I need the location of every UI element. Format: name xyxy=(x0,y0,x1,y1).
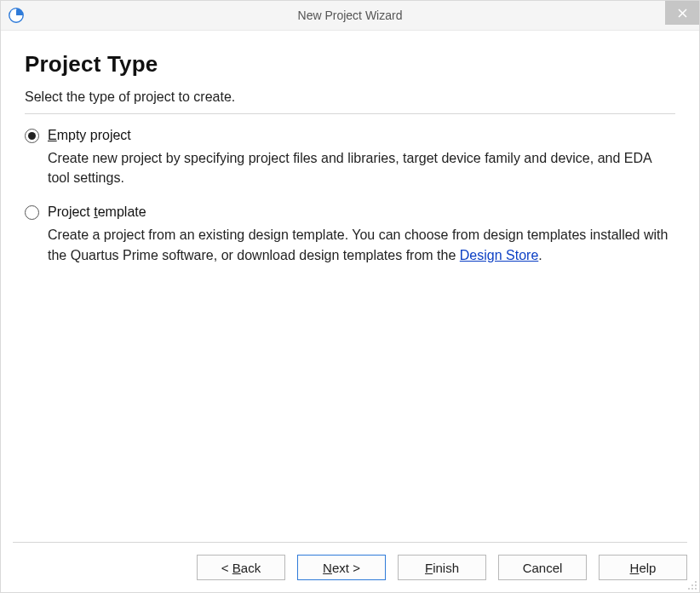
svg-point-3 xyxy=(695,581,697,583)
close-icon xyxy=(678,9,687,18)
next-button[interactable]: Next > xyxy=(297,555,386,580)
back-button[interactable]: < Back xyxy=(197,555,285,580)
option-project-template: Project template Create a project from a… xyxy=(25,204,675,264)
footer: < Back Next > Finish Cancel Help xyxy=(1,542,699,592)
option-empty-project: Empty project Create new project by spec… xyxy=(25,128,675,187)
option-empty-project-desc: Create new project by specifying project… xyxy=(48,148,675,187)
option-project-template-label[interactable]: Project template xyxy=(48,204,146,220)
separator xyxy=(25,113,675,114)
svg-point-4 xyxy=(691,584,693,586)
help-button[interactable]: Help xyxy=(599,555,687,580)
titlebar: New Project Wizard xyxy=(1,1,699,31)
svg-point-5 xyxy=(695,584,697,586)
option-empty-project-label[interactable]: Empty project xyxy=(48,128,131,143)
close-button[interactable] xyxy=(665,1,699,25)
resize-grip-icon[interactable] xyxy=(687,580,697,590)
svg-point-8 xyxy=(695,588,697,590)
finish-button[interactable]: Finish xyxy=(398,555,486,580)
cancel-button[interactable]: Cancel xyxy=(498,555,587,580)
page-title: Project Type xyxy=(25,51,675,78)
radio-empty-project[interactable] xyxy=(25,129,39,143)
wizard-window: New Project Wizard Project Type Select t… xyxy=(0,0,700,593)
options-group: Empty project Create new project by spec… xyxy=(25,128,675,537)
page-subtitle: Select the type of project to create. xyxy=(25,89,675,105)
footer-separator xyxy=(13,542,687,543)
radio-project-template[interactable] xyxy=(25,205,39,220)
window-title: New Project Wizard xyxy=(1,9,699,22)
svg-point-7 xyxy=(691,588,693,590)
design-store-link[interactable]: Design Store xyxy=(460,248,539,262)
option-project-template-desc: Create a project from an existing design… xyxy=(48,225,675,264)
content-area: Project Type Select the type of project … xyxy=(1,31,699,542)
svg-point-6 xyxy=(688,588,690,590)
button-row: < Back Next > Finish Cancel Help xyxy=(13,555,687,580)
app-icon xyxy=(8,7,25,24)
